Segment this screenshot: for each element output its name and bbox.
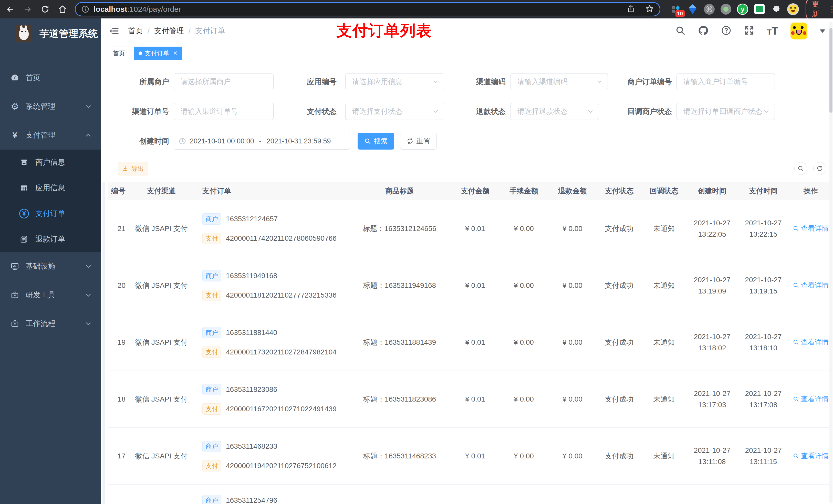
tab-close-icon[interactable]: ✕ bbox=[173, 50, 177, 56]
channel-code-select[interactable]: 请输入渠道编码 bbox=[510, 73, 608, 90]
search-button[interactable]: 搜索 bbox=[358, 133, 394, 149]
refund-status-select[interactable]: 请选择退款状态 bbox=[510, 103, 599, 120]
view-detail-link[interactable]: 查看详情 bbox=[793, 224, 829, 233]
view-detail-link[interactable]: 查看详情 bbox=[793, 281, 829, 290]
table-left-scroll-strip[interactable] bbox=[102, 182, 105, 504]
col-header-pay-order: 支付订单 bbox=[195, 186, 348, 196]
sidebar-item-merchant-info[interactable]: 商户信息 bbox=[0, 149, 101, 175]
fullscreen-icon[interactable] bbox=[744, 25, 755, 37]
sidebar-item-label: 研发工具 bbox=[26, 290, 55, 300]
sidebar-item-refund-order[interactable]: 退款订单 bbox=[0, 226, 101, 252]
chevron-down-icon bbox=[433, 79, 439, 85]
font-size-icon[interactable]: TT bbox=[767, 25, 778, 37]
breadcrumb-payment[interactable]: 支付管理 bbox=[154, 26, 184, 36]
tab-home[interactable]: 首页 bbox=[108, 47, 130, 60]
app-logo[interactable]: 芋道管理系统 bbox=[0, 19, 101, 44]
sidebar-item-home[interactable]: 首页 bbox=[0, 64, 101, 92]
extension-kite-icon[interactable] bbox=[687, 3, 698, 15]
filter-label-merchant: 所属商户 bbox=[116, 73, 169, 90]
browser-reload-icon[interactable] bbox=[38, 2, 52, 16]
extension-command-icon[interactable]: ⌘ bbox=[704, 3, 715, 15]
view-detail-link[interactable]: 查看详情 bbox=[793, 394, 829, 404]
sidebar-item-system[interactable]: ⚙ 系统管理 bbox=[0, 92, 101, 121]
pay-status-select[interactable]: 请选择支付状态 bbox=[345, 103, 444, 120]
sidebar-item-dev-tools[interactable]: 研发工具 bbox=[0, 281, 101, 309]
toggle-search-button[interactable] bbox=[794, 162, 807, 175]
sidebar-item-infrastructure[interactable]: 基础设施 bbox=[0, 252, 101, 281]
merchant-order-no-input[interactable] bbox=[676, 73, 775, 90]
extension-y-icon[interactable]: y bbox=[737, 3, 748, 15]
date-start[interactable]: 2021-10-01 00:00:00 bbox=[190, 137, 254, 145]
cell-pay-order: 商户1635311949168 支付4200001181202110277723… bbox=[195, 270, 348, 302]
browser-home-icon[interactable] bbox=[55, 2, 70, 16]
chevron-down-icon bbox=[85, 263, 92, 270]
cell-id: 19 bbox=[108, 338, 128, 346]
date-separator: - bbox=[258, 137, 263, 145]
table-row: 19 微信 JSAPI 支付 商户1635311881440 支付4200001… bbox=[108, 314, 832, 371]
pay-order-no: 4200001174202110278060590766 bbox=[226, 234, 337, 242]
page-annotation-title: 支付订单列表 bbox=[337, 21, 432, 41]
extension-grey-dot-icon[interactable] bbox=[720, 3, 731, 15]
create-time-range-picker[interactable]: 2021-10-01 00:00:00 - 2021-10-31 23:59:5… bbox=[174, 133, 350, 149]
col-header-pay-time: 支付时间 bbox=[738, 186, 789, 197]
filter-label-channel-order-no: 渠道订单号 bbox=[116, 103, 169, 120]
sidebar-item-pay-order[interactable]: ¥ 支付订单 bbox=[0, 201, 101, 226]
cell-create-time: 2021-10-2713:17:03 bbox=[687, 388, 738, 410]
user-avatar[interactable] bbox=[790, 23, 807, 40]
cell-create-time: 2021-10-2713:11:08 bbox=[687, 445, 738, 467]
extensions-puzzle-icon[interactable] bbox=[770, 3, 782, 15]
active-dot bbox=[139, 51, 142, 55]
view-detail-link[interactable]: 查看详情 bbox=[793, 338, 829, 347]
share-icon[interactable] bbox=[627, 5, 635, 14]
header-search-icon[interactable] bbox=[675, 25, 686, 37]
extension-chat-icon[interactable] bbox=[754, 3, 765, 15]
page-info-icon[interactable] bbox=[81, 5, 89, 13]
address-bar[interactable]: localhost:1024/pay/order bbox=[75, 2, 660, 16]
channel-order-no-input[interactable] bbox=[174, 103, 273, 120]
breadcrumb-home[interactable]: 首页 bbox=[128, 26, 143, 36]
date-end[interactable]: 2021-10-31 23:59:59 bbox=[267, 137, 331, 145]
col-header-create-time: 创建时间 bbox=[687, 186, 738, 197]
cell-pay-time: 2021-10-2713:11:15 bbox=[738, 445, 789, 467]
help-icon[interactable] bbox=[721, 25, 732, 37]
cell-refund-amount: ¥ 0.00 bbox=[548, 338, 597, 346]
cell-pay-order: 商户1635311823086 支付4200001167202110271022… bbox=[195, 383, 348, 415]
sidebar-item-payment[interactable]: ¥ 支付管理 bbox=[0, 121, 101, 149]
reset-button[interactable]: 重置 bbox=[400, 133, 437, 149]
url-host: localhost bbox=[94, 5, 127, 14]
briefcase-icon bbox=[9, 320, 21, 328]
export-button[interactable]: 导出 bbox=[118, 162, 148, 175]
browser-forward-icon[interactable] bbox=[21, 2, 35, 16]
browser-back-icon[interactable] bbox=[3, 2, 18, 16]
cell-pay-status: 支付成功 bbox=[597, 338, 642, 347]
sidebar-collapse-icon[interactable] bbox=[109, 26, 119, 35]
col-header-fee-amount: 手续金额 bbox=[499, 186, 548, 196]
view-detail-link[interactable]: 查看详情 bbox=[793, 451, 829, 460]
browser-menu-icon[interactable]: ⋮ bbox=[828, 5, 833, 14]
user-menu-caret-icon[interactable] bbox=[820, 29, 825, 33]
bookmark-star-icon[interactable] bbox=[645, 4, 654, 14]
profile-avatar-emoji[interactable] bbox=[787, 3, 799, 15]
merchant-input[interactable] bbox=[174, 73, 273, 90]
extension-blue-diamond-icon[interactable]: 10 bbox=[671, 3, 682, 15]
grid-icon bbox=[19, 184, 30, 192]
tab-pay-order[interactable]: 支付订单 ✕ bbox=[134, 47, 182, 60]
extensions-area: 10 ⌘ y 更新 ⋮ bbox=[665, 0, 833, 19]
cell-pay-amount: ¥ 0.01 bbox=[451, 282, 499, 290]
github-icon[interactable] bbox=[698, 25, 709, 37]
app-select[interactable]: 请选择应用信息 bbox=[345, 73, 444, 90]
cell-pay-amount: ¥ 0.01 bbox=[451, 452, 499, 460]
sidebar-item-app-info[interactable]: 应用信息 bbox=[0, 175, 101, 201]
window-scrollbar-thumb[interactable] bbox=[829, 28, 832, 113]
cell-notify-status: 未通知 bbox=[642, 394, 687, 404]
merchant-order-no: 1635312124657 bbox=[226, 215, 278, 223]
cell-pay-amount: ¥ 0.01 bbox=[451, 395, 499, 403]
merchant-badge: 商户 bbox=[203, 213, 221, 224]
update-label: 更新 bbox=[812, 0, 825, 19]
callback-status-select[interactable]: 请选择订单回调商户状态 bbox=[676, 103, 775, 120]
pay-order-no: 4200001173202110272847982104 bbox=[226, 348, 337, 356]
sidebar-item-workflow[interactable]: 工作流程 bbox=[0, 309, 101, 338]
pay-badge: 支付 bbox=[203, 290, 221, 301]
refresh-table-button[interactable] bbox=[813, 162, 826, 175]
yen-icon: ¥ bbox=[9, 131, 21, 139]
